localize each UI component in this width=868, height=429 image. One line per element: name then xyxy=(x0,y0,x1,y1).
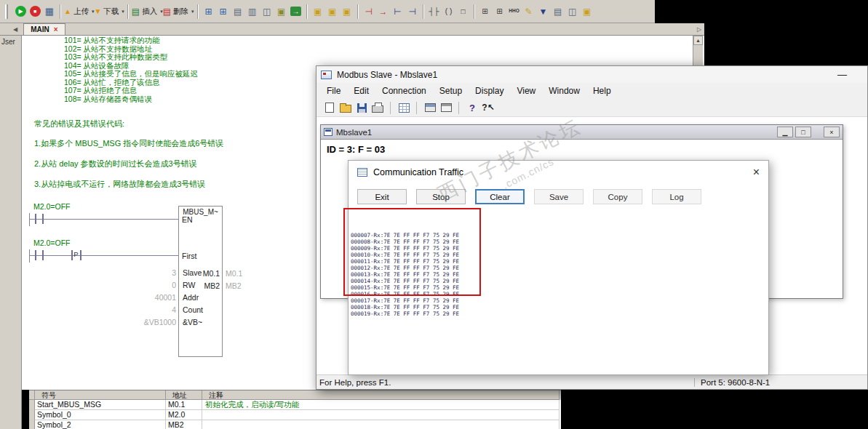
stop-button[interactable]: Stop xyxy=(416,189,466,204)
edge-contact-icon[interactable] xyxy=(80,250,81,260)
menu-item[interactable]: Window xyxy=(542,86,586,96)
toolbar-grip[interactable] xyxy=(5,4,8,19)
delete-network-icon[interactable]: → xyxy=(376,3,391,20)
menu-item[interactable]: File xyxy=(320,86,347,96)
insert-row-icon[interactable]: ⊢ xyxy=(391,3,405,20)
toolbar-separator[interactable] xyxy=(474,4,475,19)
address-cell[interactable]: M0.1 xyxy=(166,400,202,410)
toolbar-separator[interactable] xyxy=(458,102,460,114)
menu-item[interactable]: Help xyxy=(586,86,618,96)
contact-icon[interactable] xyxy=(35,250,36,260)
contact-icon[interactable]: ┤├ xyxy=(427,3,442,20)
column-header-symbol[interactable]: 符号 xyxy=(35,390,166,400)
pack-project-icon[interactable]: ▣ xyxy=(311,3,325,20)
close-icon[interactable]: × xyxy=(753,167,760,178)
comm-log-icon[interactable] xyxy=(439,101,453,114)
status-chart-icon[interactable]: ⊞ xyxy=(216,3,231,20)
symbol-cell[interactable]: Symbol_2 xyxy=(35,420,166,429)
communications-icon[interactable]: → xyxy=(289,3,303,20)
row-header-cell[interactable] xyxy=(29,410,35,420)
menu-item[interactable]: Connection xyxy=(375,86,433,96)
comment-cell[interactable] xyxy=(202,410,560,420)
save-icon[interactable] xyxy=(355,101,368,114)
scroll-up-icon[interactable]: ▲ xyxy=(693,36,703,45)
close-button[interactable]: × xyxy=(824,127,840,137)
toolbar-separator[interactable] xyxy=(357,4,359,19)
toolbar-separator[interactable] xyxy=(60,4,61,19)
context-help-icon[interactable]: ?↖ xyxy=(482,101,495,114)
display-setup-icon[interactable] xyxy=(397,101,410,114)
compile-icon[interactable]: ▦ xyxy=(42,3,57,20)
symbol-table-icon[interactable]: ⊞ xyxy=(202,3,216,20)
delete-row-icon[interactable]: ⊣ xyxy=(405,3,420,20)
print-icon[interactable] xyxy=(371,101,384,114)
stop-icon[interactable]: ■ xyxy=(28,3,42,20)
column-header-address[interactable]: 地址 xyxy=(166,390,202,400)
toolbar-separator[interactable] xyxy=(416,102,418,114)
program-block-icon[interactable]: ▣ xyxy=(274,3,289,20)
minimize-button[interactable]: ▁ xyxy=(777,127,793,137)
address-cell[interactable]: M2.0 xyxy=(166,410,202,420)
toolbar-separator[interactable] xyxy=(390,102,391,114)
row-header-cell[interactable] xyxy=(29,400,35,410)
toolbar-separator[interactable] xyxy=(197,4,199,19)
comment-cell[interactable]: 初始化完成，启动读/写功能 xyxy=(202,400,560,410)
new-file-icon[interactable] xyxy=(323,101,336,114)
grid-edit-icon[interactable]: ⊞ xyxy=(493,3,507,20)
tab-close-icon[interactable]: × xyxy=(54,25,58,33)
copy-button[interactable]: Copy xyxy=(593,189,642,204)
contact-icon[interactable] xyxy=(42,214,44,224)
symbol-cell[interactable]: Start_MBUS_MSG xyxy=(35,400,166,410)
maximize-button[interactable]: □ xyxy=(795,127,811,137)
menu-item[interactable]: Setup xyxy=(433,86,469,96)
coil-icon[interactable]: ( ) xyxy=(442,3,456,20)
contact-icon[interactable] xyxy=(35,214,36,224)
tab-scroll-right-icon[interactable]: ▷ xyxy=(697,26,701,33)
row-header-cell[interactable] xyxy=(29,420,35,429)
log-button[interactable]: Log xyxy=(652,189,701,204)
archive-icon[interactable]: ▣ xyxy=(340,3,354,20)
download-button[interactable]: ▼下载▾ xyxy=(94,3,124,20)
tab-main[interactable]: MAIN× xyxy=(23,23,65,35)
pou-icon[interactable]: ◫ xyxy=(565,3,580,20)
tab-scroll-left-icon[interactable]: ◀ xyxy=(13,26,17,33)
child-window-icon xyxy=(324,128,333,136)
contact-icon[interactable] xyxy=(42,250,44,260)
modbus-titlebar[interactable]: Modbus Slave - Mbslave1 — xyxy=(316,66,867,83)
protect-icon[interactable]: ▣ xyxy=(325,3,340,20)
comment-cell[interactable] xyxy=(202,420,560,429)
library-icon[interactable]: ▣ xyxy=(580,3,594,20)
clear-button[interactable]: Clear xyxy=(475,189,525,204)
delete-button[interactable]: ▤删除▾ xyxy=(163,3,194,20)
poll-definition-icon[interactable] xyxy=(423,101,437,114)
box-icon[interactable]: □ xyxy=(456,3,471,20)
menu-item[interactable]: Display xyxy=(469,86,510,96)
address-grid-icon[interactable]: ⊞ xyxy=(478,3,493,20)
run-icon[interactable]: ▶ xyxy=(13,3,28,20)
toolbar-separator[interactable] xyxy=(423,4,424,19)
insert-button[interactable]: ▤插入▾ xyxy=(132,3,163,20)
hex-toggle-icon[interactable]: HHO xyxy=(507,3,522,20)
bookmark-icon[interactable]: ▼ xyxy=(536,3,551,20)
address-cell[interactable]: MB2 xyxy=(166,420,202,429)
exit-button[interactable]: Exit xyxy=(357,189,407,204)
data-block-icon[interactable]: ▤ xyxy=(231,3,245,20)
system-block-icon[interactable]: ▥ xyxy=(245,3,260,20)
options-icon[interactable]: ▤ xyxy=(551,3,565,20)
column-header-comment[interactable]: 注释 xyxy=(202,390,560,400)
toolbar-separator[interactable] xyxy=(127,4,129,19)
edit-icon[interactable]: ✎ xyxy=(522,3,536,20)
help-icon[interactable]: ? xyxy=(466,101,479,114)
menu-item[interactable]: View xyxy=(510,86,542,96)
toolbar-separator[interactable] xyxy=(306,4,308,19)
child-titlebar[interactable]: Mbslave1 ▁□× xyxy=(321,125,843,140)
insert-network-icon[interactable]: ⊣ xyxy=(362,3,376,20)
cross-reference-icon[interactable]: ◫ xyxy=(260,3,274,20)
open-file-icon[interactable] xyxy=(339,101,352,114)
upload-button[interactable]: ▲上传▾ xyxy=(64,3,94,20)
dialog-titlebar[interactable]: Communication Traffic × xyxy=(349,161,768,178)
minimize-button[interactable]: — xyxy=(837,69,847,80)
save-button[interactable]: Save xyxy=(534,189,584,204)
menu-item[interactable]: Edit xyxy=(347,86,375,96)
symbol-cell[interactable]: Symbol_0 xyxy=(35,410,166,420)
